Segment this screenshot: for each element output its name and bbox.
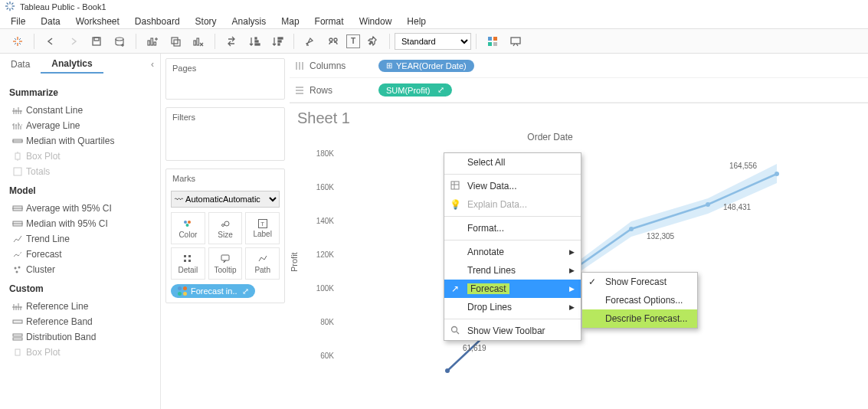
svg-line-4 bbox=[7, 3, 8, 5]
undo-icon[interactable] bbox=[41, 31, 61, 51]
menu-worksheet[interactable]: Worksheet bbox=[68, 15, 127, 28]
tab-data[interactable]: Data bbox=[0, 56, 41, 73]
sheet-title[interactable]: Sheet 1 bbox=[297, 110, 860, 127]
plus-icon: ⊞ bbox=[386, 61, 392, 70]
svg-rect-85 bbox=[184, 255, 186, 257]
ctx-view-data[interactable]: View Data... bbox=[444, 177, 581, 195]
rows-icon bbox=[294, 85, 305, 96]
columns-pill-year[interactable]: ⊞YEAR(Order Date) bbox=[378, 60, 474, 72]
svg-rect-29 bbox=[197, 38, 199, 45]
rows-shelf[interactable]: Rows SUM(Profit)⤢ bbox=[290, 78, 868, 103]
svg-point-70 bbox=[16, 271, 18, 273]
ctx-show-toolbar[interactable]: Show View Toolbar bbox=[444, 322, 581, 340]
sort-asc-icon[interactable] bbox=[244, 31, 264, 51]
menu-format[interactable]: Format bbox=[307, 15, 352, 28]
highlight-icon[interactable] bbox=[300, 31, 320, 51]
svg-rect-88 bbox=[188, 260, 191, 262]
analytics-median-quartiles[interactable]: Median with Quartiles bbox=[9, 133, 151, 149]
new-worksheet-icon[interactable] bbox=[142, 31, 162, 51]
columns-shelf[interactable]: Columns ⊞YEAR(Order Date) bbox=[290, 54, 868, 78]
forecast-indicator-pill[interactable]: Forecast in.. ⤢ bbox=[171, 284, 255, 298]
duplicate-icon[interactable] bbox=[165, 31, 185, 51]
columns-icon bbox=[294, 61, 305, 71]
menu-story[interactable]: Story bbox=[188, 15, 224, 28]
svg-rect-35 bbox=[278, 38, 283, 39]
analytics-constant-line[interactable]: Constant Line bbox=[9, 103, 151, 118]
ctx-trend-lines[interactable]: Trend Lines▶ bbox=[444, 261, 581, 280]
title-bar: Tableau Public - Book1 bbox=[0, 0, 868, 14]
menu-map[interactable]: Map bbox=[274, 15, 306, 28]
svg-rect-22 bbox=[151, 38, 153, 45]
analytics-median-ci[interactable]: Median with 95% CI bbox=[9, 216, 151, 231]
tab-analytics[interactable]: Analytics bbox=[41, 55, 103, 74]
ytick: 140K bbox=[310, 217, 334, 225]
group-icon[interactable] bbox=[323, 31, 343, 51]
menu-dashboard[interactable]: Dashboard bbox=[127, 15, 188, 28]
sub-describe-forecast[interactable]: Describe Forecast... bbox=[582, 309, 697, 328]
marks-detail[interactable]: Detail bbox=[171, 247, 205, 280]
pin-icon[interactable] bbox=[363, 31, 383, 51]
analytics-cluster[interactable]: Cluster bbox=[9, 262, 151, 277]
view-data-icon bbox=[449, 180, 461, 193]
check-icon: ✓ bbox=[588, 276, 596, 287]
save-icon[interactable] bbox=[87, 31, 106, 51]
ytick: 100K bbox=[310, 284, 334, 293]
clear-icon[interactable] bbox=[188, 31, 208, 51]
ctx-forecast[interactable]: ↗Forecast▶ bbox=[444, 280, 581, 298]
menu-window[interactable]: Window bbox=[352, 15, 400, 28]
analytics-average-line[interactable]: Average Line bbox=[9, 118, 151, 133]
sub-forecast-options[interactable]: Forecast Options... bbox=[582, 291, 697, 309]
menu-help[interactable]: Help bbox=[399, 15, 434, 28]
svg-line-12 bbox=[15, 38, 16, 40]
ytick: 80K bbox=[310, 318, 334, 326]
analytics-dist-band[interactable]: Distribution Band bbox=[9, 329, 151, 345]
analytics-ref-band[interactable]: Reference Band bbox=[9, 314, 151, 329]
fit-dropdown[interactable]: Standard bbox=[395, 33, 471, 50]
redo-icon[interactable] bbox=[64, 31, 84, 51]
svg-rect-77 bbox=[13, 334, 22, 336]
analytics-avg-ci[interactable]: Average with 95% CI bbox=[9, 201, 151, 216]
analytics-ref-line[interactable]: Reference Line bbox=[9, 299, 151, 314]
sort-desc-icon[interactable] bbox=[267, 31, 287, 51]
svg-point-84 bbox=[224, 221, 229, 226]
show-labels-icon[interactable]: T bbox=[346, 34, 360, 48]
pages-card[interactable]: Pages bbox=[165, 58, 285, 100]
menu-data[interactable]: Data bbox=[33, 15, 67, 28]
analytics-forecast[interactable]: Forecast bbox=[9, 247, 151, 262]
ytick: 180K bbox=[310, 149, 334, 158]
mark-type-dropdown[interactable]: 〰 AutomaticAutomatic bbox=[171, 191, 280, 208]
marks-path[interactable]: Path bbox=[245, 247, 280, 280]
menu-analysis[interactable]: Analysis bbox=[224, 15, 274, 28]
marks-size[interactable]: Size bbox=[208, 212, 243, 244]
ctx-format[interactable]: Format... bbox=[444, 219, 581, 237]
ctx-annotate[interactable]: Annotate▶ bbox=[444, 243, 581, 261]
collapse-panel-icon[interactable]: ‹ bbox=[151, 59, 154, 70]
marks-label[interactable]: TLabel bbox=[245, 212, 280, 244]
ctx-select-all[interactable]: Select All bbox=[444, 153, 581, 172]
svg-point-101 bbox=[706, 202, 710, 207]
totals-icon bbox=[9, 166, 26, 177]
sub-show-forecast[interactable]: ✓Show Forecast bbox=[582, 273, 697, 291]
marks-tooltip[interactable]: Tooltip bbox=[208, 247, 243, 280]
menu-file[interactable]: File bbox=[3, 15, 33, 28]
menu-bar: File Data Worksheet Dashboard Story Anal… bbox=[0, 14, 868, 29]
swap-icon[interactable] bbox=[221, 31, 241, 51]
context-menu: Select All View Data... 💡Explain Data...… bbox=[444, 152, 581, 341]
analytics-trend-line[interactable]: Trend Line bbox=[9, 231, 151, 247]
dist-band-icon bbox=[9, 332, 26, 342]
marks-color[interactable]: Color bbox=[171, 212, 205, 244]
ctx-drop-lines[interactable]: Drop Lines▶ bbox=[444, 298, 581, 316]
svg-rect-76 bbox=[13, 320, 22, 323]
svg-rect-45 bbox=[511, 38, 520, 44]
show-me-icon[interactable] bbox=[483, 31, 503, 51]
pill-menu-icon[interactable]: ⤢ bbox=[242, 286, 249, 296]
chart-title: Order Date bbox=[336, 132, 765, 142]
svg-rect-37 bbox=[278, 44, 280, 45]
rows-pill-profit[interactable]: SUM(Profit)⤢ bbox=[378, 83, 452, 97]
color-legend-icon bbox=[177, 286, 188, 296]
presentation-icon[interactable] bbox=[506, 31, 526, 51]
tableau-logo-icon[interactable] bbox=[8, 31, 28, 51]
svg-line-13 bbox=[19, 43, 21, 44]
filters-card[interactable]: Filters bbox=[165, 107, 285, 161]
new-data-source-icon[interactable] bbox=[110, 31, 129, 51]
